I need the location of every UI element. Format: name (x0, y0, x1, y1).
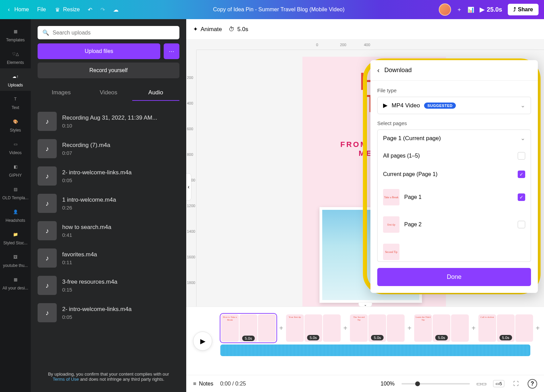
chevron-left-icon: ‹ (188, 184, 189, 190)
checkbox-icon[interactable] (518, 221, 525, 228)
cloud-icon: ☁ (113, 6, 119, 13)
collapse-timeline-button[interactable]: ⌄ (358, 302, 372, 307)
avatar[interactable] (439, 3, 451, 16)
tab-audio[interactable]: Audio (132, 85, 179, 101)
document-title[interactable]: Copy of Idea Pin - Summer Travel Blog (M… (119, 6, 439, 13)
add-page-button[interactable]: + (536, 323, 540, 333)
add-page-button[interactable]: + (343, 323, 348, 333)
headshots-icon: 👤 (11, 207, 20, 217)
add-page-button[interactable]: + (472, 323, 476, 333)
audio-item[interactable]: ♪1 intro-welcome.m4a0:26 (38, 190, 179, 217)
rail-all-designs[interactable]: ▦All your desi... (0, 271, 31, 294)
search-input[interactable] (53, 30, 175, 36)
filetype-select[interactable]: ▶ MP4 Video SUGGESTED ⌄ (377, 97, 531, 114)
canvas-viewport[interactable]: ‹ 0 200 400 200 400 600 800 1000 1200 14… (186, 40, 544, 307)
notes-button[interactable]: ≡ Notes (193, 381, 213, 387)
timeline-clip-2[interactable]: Your first tip 5.0s (286, 314, 341, 342)
fullscreen-button[interactable]: ⛶ (511, 379, 521, 389)
search-uploads[interactable]: 🔍 (38, 26, 179, 39)
timeline-audio-track[interactable] (220, 344, 530, 356)
timeline-clip-5[interactable]: Call to Action 5.0s (478, 314, 533, 342)
audio-item[interactable]: ♪3-free resources.m4a0:15 (38, 272, 179, 299)
rail-uploads[interactable]: ☁↑Uploads (0, 68, 31, 91)
option-all-pages[interactable]: All pages (1–5) (378, 147, 531, 165)
back-button[interactable]: ‹ (377, 66, 380, 74)
page-thumbnail: first tip (383, 216, 399, 233)
audio-icon: ♪ (38, 221, 57, 240)
audio-item[interactable]: ♪favorites.m4a0:11 (38, 244, 179, 272)
option-page-1[interactable]: Take a Break Page 1 ✓ (378, 184, 531, 211)
insights-button[interactable]: 📊 (467, 6, 474, 13)
animate-button[interactable]: ✦ Animate (193, 26, 222, 33)
rail-old-templates[interactable]: ▤OLD Templa... (0, 181, 31, 204)
timeline-clip-4[interactable]: Learn the Third Tip 5.0s (414, 314, 469, 342)
upload-more-button[interactable]: ⋯ (164, 43, 179, 59)
search-icon: 🔍 (42, 29, 49, 36)
checkbox-checked-icon[interactable]: ✓ (518, 171, 525, 178)
cloud-sync-button[interactable]: ☁ (113, 6, 119, 13)
help-button[interactable]: ? (528, 379, 537, 389)
page-thumbnail: Second Tip (383, 244, 399, 260)
timeline-play-button[interactable]: ▶ (193, 332, 212, 351)
elements-icon: ♡△ (11, 49, 20, 59)
resize-button[interactable]: ♛ Resize (54, 6, 80, 13)
page-duration-button[interactable]: ⏱ 5.0s (229, 26, 248, 33)
timeline-clip-3[interactable]: The Second Tip 5.0s (350, 314, 405, 342)
option-current-page[interactable]: Current page (Page 1) ✓ (378, 165, 531, 184)
zoom-slider[interactable] (402, 383, 470, 384)
undo-icon: ↶ (88, 6, 92, 13)
ellipsis-icon: ⋯ (169, 48, 174, 55)
checkbox-checked-icon[interactable]: ✓ (518, 193, 525, 201)
selectpages-select[interactable]: Page 1 (Current page) ⌄ (377, 130, 531, 147)
tab-videos[interactable]: Videos (85, 85, 132, 101)
add-page-button[interactable]: + (407, 323, 411, 333)
rail-headshots[interactable]: 👤Headshots (0, 204, 31, 226)
option-page-2[interactable]: first tip Page 2 (378, 211, 531, 238)
checkbox-icon[interactable] (518, 152, 525, 160)
rail-styles[interactable]: 🎨Styles (0, 113, 31, 136)
rail-giphy[interactable]: ◧GIPHY (0, 159, 31, 181)
audio-list: ♪Recording Aug 31, 2022, 11:39 AM...0:10… (38, 108, 179, 368)
audio-item[interactable]: ♪how to search.m4a0:41 (38, 217, 179, 244)
add-member-button[interactable]: ＋ (457, 6, 462, 13)
slider-thumb[interactable] (415, 381, 420, 386)
share-button[interactable]: ⤴ Share (508, 4, 539, 15)
rail-styled-stock[interactable]: 📁Styled Stoc... (0, 226, 31, 249)
timeline-clip-1[interactable]: How to Take a Break 5.0s (220, 314, 276, 342)
rail-videos[interactable]: ▭Videos (0, 136, 31, 159)
canvas-toolbar: ✦ Animate ⏱ 5.0s (186, 19, 544, 40)
tab-images[interactable]: Images (38, 85, 85, 101)
redo-button[interactable]: ↷ (100, 6, 105, 13)
audio-item[interactable]: ♪2- intro-welcome-links.m4a0:05 (38, 162, 179, 190)
record-yourself-button[interactable]: Record yourself (38, 63, 179, 78)
upload-files-button[interactable]: Upload files (38, 43, 160, 59)
audio-icon: ♪ (38, 303, 57, 322)
terms-link[interactable]: Terms of Use (53, 377, 79, 382)
option-page-3[interactable]: Second Tip (378, 238, 531, 261)
bar-chart-icon: 📊 (467, 6, 474, 13)
audio-item[interactable]: ♪2- intro-welcome-links.m4a0:05 (38, 299, 179, 326)
text-icon: T (11, 94, 20, 104)
chevron-left-icon: ‹ (377, 66, 380, 74)
upload-icon: ⤴ (513, 6, 516, 13)
rail-youtube-thu[interactable]: 🖼youtube thu... (0, 249, 31, 271)
canvas-area: ✦ Animate ⏱ 5.0s ‹ 0 200 400 200 400 600… (186, 19, 544, 392)
collapse-panel-button[interactable]: ‹ (186, 173, 191, 201)
rail-elements[interactable]: ♡△Elements (0, 46, 31, 68)
grid-view-button[interactable]: ▭▭ (477, 379, 486, 389)
play-preview-button[interactable]: ▶ 25.0s (480, 6, 502, 13)
done-button[interactable]: Done (377, 268, 531, 286)
home-button[interactable]: ‹ Home (5, 6, 29, 13)
file-menu[interactable]: File (37, 6, 46, 13)
audio-item[interactable]: ♪Recording Aug 31, 2022, 11:39 AM...0:10 (38, 108, 179, 135)
grid-icon: ▭▭ (476, 380, 487, 387)
undo-button[interactable]: ↶ (88, 6, 92, 13)
redo-icon: ↷ (100, 6, 105, 13)
rail-templates[interactable]: ▦Templates (0, 23, 31, 46)
add-page-button[interactable]: + (279, 323, 283, 333)
play-icon: ▶ (200, 337, 205, 345)
rail-text[interactable]: TText (0, 91, 31, 113)
audio-item[interactable]: ♪Recording (7).m4a0:07 (38, 135, 179, 162)
page-count-button[interactable]: ▭5 (493, 380, 504, 387)
audio-icon: ♪ (38, 276, 57, 295)
